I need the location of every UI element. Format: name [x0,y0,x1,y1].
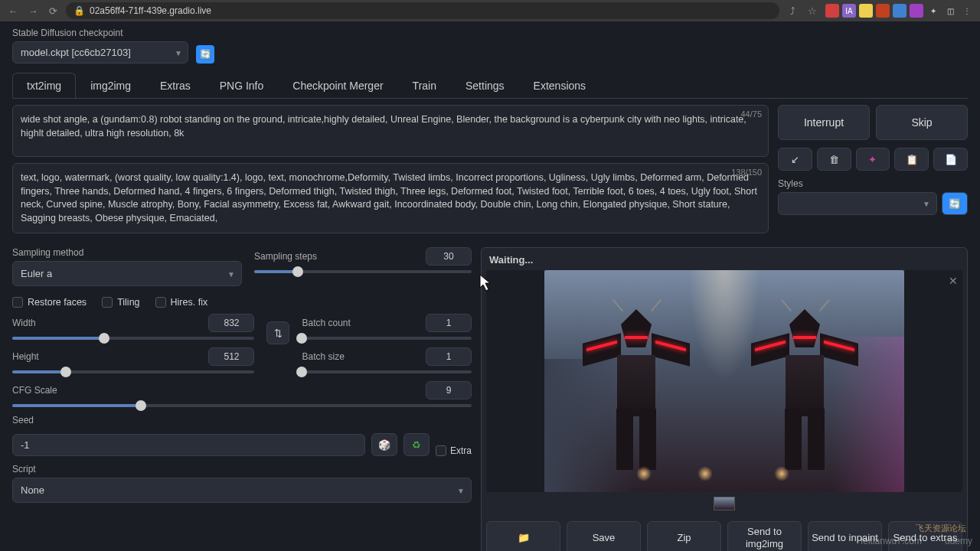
seed-input[interactable]: -1 [12,434,365,456]
output-panel: Waiting... ✕ 📁 Save Zip Send to img2img … [481,247,968,551]
zip-button[interactable]: Zip [647,521,721,551]
height-value[interactable]: 512 [208,347,254,366]
chevron-down-icon: ▼ [923,200,930,208]
sampling-steps-label: Sampling steps [254,251,317,262]
styles-select[interactable]: ▼ [778,192,937,215]
share-icon[interactable]: ⤴ [786,4,799,18]
panel-icon[interactable]: ◫ [943,4,957,18]
negative-prompt-textarea[interactable]: 138/150 text, logo, watermark, (worst qu… [12,163,769,233]
batch-count-value[interactable]: 1 [426,314,472,332]
chevron-down-icon: ▼ [227,269,235,278]
batch-size-label: Batch size [302,351,344,362]
menu-icon[interactable]: ⋮ [960,4,974,18]
chevron-down-icon: ▼ [457,486,465,494]
batch-size-slider[interactable] [302,370,472,373]
watermark: 飞天资源论坛 [916,523,966,534]
generated-image[interactable] [544,270,904,492]
seed-label: Seed [12,415,472,425]
width-value[interactable]: 832 [208,314,254,332]
clear-tool-button[interactable]: 🗑 [817,148,851,171]
url-text: 02a56ff4-71ff-439e.gradio.live [90,5,211,16]
batch-count-slider[interactable] [302,337,472,340]
tab-extensions[interactable]: Extensions [519,73,600,98]
height-label: Height [12,351,39,362]
send-to-img2img-button[interactable]: Send to img2img [727,521,802,551]
tiling-checkbox[interactable]: Tiling [102,297,139,308]
reload-button[interactable]: ⟳ [46,4,60,18]
checkpoint-select[interactable]: model.ckpt [cc6cb27103] [12,41,188,64]
lock-icon: 🔒 [74,5,85,16]
reuse-seed-button[interactable]: ♻ [403,433,430,456]
batch-size-value[interactable]: 1 [426,347,472,366]
ext-icon[interactable] [825,4,839,18]
sampling-method-label: Sampling method [12,247,242,258]
sampling-steps-value[interactable]: 30 [426,247,472,266]
ext-icon[interactable]: IA [842,4,856,18]
gallery-thumbnail[interactable] [714,497,735,510]
prompt-counter: 44/75 [740,109,762,120]
status-text: Waiting... [486,253,962,267]
refresh-checkpoint-button[interactable]: 🔄 [196,45,214,64]
tab-settings[interactable]: Settings [451,73,519,98]
hires-fix-checkbox[interactable]: Hires. fix [155,297,208,308]
back-button[interactable]: ← [6,4,20,18]
sampling-steps-slider[interactable] [254,270,472,273]
batch-count-label: Batch count [302,318,350,328]
styles-label: Styles [778,178,968,189]
script-select[interactable]: None ▼ [12,478,472,503]
swap-dimensions-button[interactable]: ⇅ [266,321,289,344]
paste-tool-button[interactable]: 📄 [933,148,968,171]
style-tool-button[interactable]: ✦ [856,148,890,171]
open-folder-button[interactable]: 📁 [486,521,560,551]
close-icon[interactable]: ✕ [949,275,958,287]
cfg-scale-value[interactable]: 9 [426,381,472,399]
tab-txt2img[interactable]: txt2img [12,73,76,98]
output-gallery[interactable]: ✕ [486,270,962,492]
height-slider[interactable] [12,370,254,373]
forward-button[interactable]: → [26,4,40,18]
checkpoint-label: Stable Diffusion checkpoint [12,28,188,38]
browser-chrome: ← → ⟳ 🔒 02a56ff4-71ff-439e.gradio.live ⤴… [0,0,980,21]
prompt-textarea[interactable]: 44/75 wide shot angle, a (gundam:0.8) ro… [12,105,769,157]
tab-extras[interactable]: Extras [145,73,205,98]
seed-extra-checkbox[interactable]: Extra [436,445,472,456]
ext-icon[interactable] [859,4,873,18]
star-icon[interactable]: ☆ [805,4,819,18]
ext-icon[interactable] [893,4,906,18]
restore-faces-checkbox[interactable]: Restore faces [12,297,87,308]
skip-button[interactable]: Skip [876,105,968,140]
chevron-down-icon: ▼ [175,48,182,57]
ext-icon[interactable] [876,4,890,18]
puzzle-icon[interactable]: ✦ [926,4,940,18]
arrow-tool-button[interactable]: ↙ [778,148,812,171]
cfg-scale-label: CFG Scale [12,385,57,396]
negative-counter: 138/150 [731,167,762,178]
width-slider[interactable] [12,337,254,340]
random-seed-button[interactable]: 🎲 [371,433,397,456]
cfg-scale-slider[interactable] [12,404,472,407]
sampling-method-select[interactable]: Euler a ▼ [12,261,242,286]
width-label: Width [12,318,36,328]
tab-checkpoint-merger[interactable]: Checkpoint Merger [278,73,397,98]
interrupt-button[interactable]: Interrupt [778,105,870,140]
clipboard-tool-button[interactable]: 📋 [894,148,929,171]
save-button[interactable]: Save [567,521,641,551]
tab-png-info[interactable]: PNG Info [205,73,279,98]
extension-icons: IA ✦ ◫ ⋮ [825,4,974,18]
main-tabs: txt2imgimg2imgExtrasPNG InfoCheckpoint M… [12,73,968,99]
script-label: Script [12,464,472,474]
watermark: feitianwu7.comudemy [861,536,972,546]
ext-icon[interactable] [910,4,923,18]
tab-img2img[interactable]: img2img [76,73,145,98]
url-bar[interactable]: 🔒 02a56ff4-71ff-439e.gradio.live [66,2,779,19]
tab-train[interactable]: Train [398,73,451,98]
apply-style-button[interactable]: 🔄 [942,192,968,215]
